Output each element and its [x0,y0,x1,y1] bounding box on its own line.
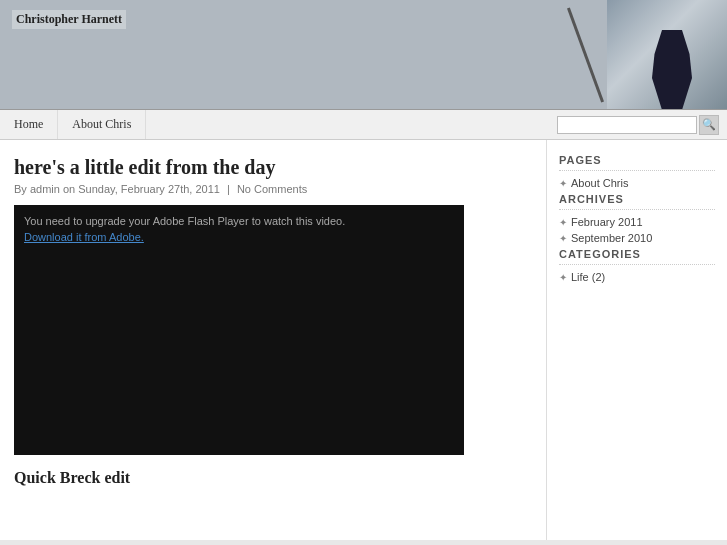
sidebar-section-pages: PAGES ✦ About Chris [559,154,715,189]
search-input[interactable] [557,116,697,134]
header-figure-decoration [647,30,697,110]
sidebar-link-sep-2010[interactable]: September 2010 [571,232,652,244]
meta-author-link[interactable]: admin [30,183,60,195]
meta-on: on [63,183,78,195]
sidebar-section-categories: CATEGORIES ✦ Life (2) [559,248,715,283]
nav-item-home[interactable]: Home [0,110,58,139]
bullet-icon: ✦ [559,178,567,189]
sidebar: PAGES ✦ About Chris ARCHIVES ✦ February … [547,140,727,540]
sidebar-item-feb-2011[interactable]: ✦ February 2011 [559,216,715,228]
site-title: Christopher Harnett [12,10,126,29]
meta-comments-link[interactable]: No Comments [237,183,307,195]
meta-by: By [14,183,27,195]
bullet-icon: ✦ [559,217,567,228]
main-content: here's a little edit from the day By adm… [0,140,547,540]
search-button[interactable]: 🔍 [699,115,719,135]
sidebar-item-life[interactable]: ✦ Life (2) [559,271,715,283]
content-wrapper: here's a little edit from the day By adm… [0,140,727,540]
sidebar-link-feb-2011[interactable]: February 2011 [571,216,643,228]
navigation-bar: Home About Chris 🔍 [0,110,727,140]
sidebar-item-sep-2010[interactable]: ✦ September 2010 [559,232,715,244]
flash-message: You need to upgrade your Adobe Flash Pla… [24,215,454,227]
post-2-title: Quick Breck edit [14,469,530,487]
bullet-icon: ✦ [559,233,567,244]
post-1-title: here's a little edit from the day [14,156,530,179]
post-1: here's a little edit from the day By adm… [14,156,530,455]
sidebar-link-about-chris[interactable]: About Chris [571,177,628,189]
nav-item-about-chris[interactable]: About Chris [58,110,146,139]
header-line-decoration [567,8,604,103]
sidebar-section-title-pages: PAGES [559,154,715,171]
sidebar-section-archives: ARCHIVES ✦ February 2011 ✦ September 201… [559,193,715,244]
nav-search-area: 🔍 [557,115,727,135]
meta-date: Sunday, February 27th, 2011 [78,183,220,195]
header-decoration [607,0,727,110]
sidebar-item-about-chris[interactable]: ✦ About Chris [559,177,715,189]
post-1-meta: By admin on Sunday, February 27th, 2011 … [14,183,530,195]
post-2: Quick Breck edit [14,469,530,487]
bullet-icon: ✦ [559,272,567,283]
sidebar-section-title-archives: ARCHIVES [559,193,715,210]
meta-separator: | [227,183,230,195]
flash-download-link[interactable]: Download it from Adobe. [24,231,454,243]
site-header: Christopher Harnett [0,0,727,110]
sidebar-link-life[interactable]: Life (2) [571,271,605,283]
sidebar-section-title-categories: CATEGORIES [559,248,715,265]
flash-player-box: You need to upgrade your Adobe Flash Pla… [14,205,464,455]
